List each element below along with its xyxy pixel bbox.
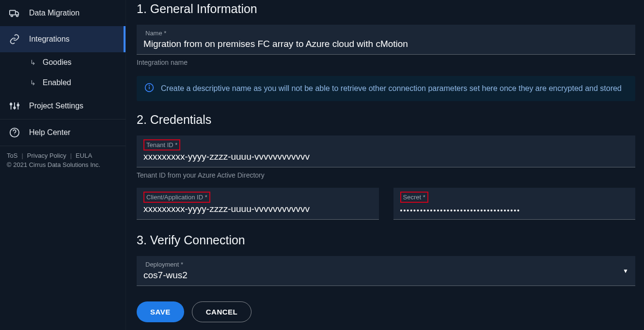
secret-label: Secret * [400,192,428,203]
sidebar-item-label: Project Settings [29,102,83,110]
section-title-general: 1. General Information [137,2,635,16]
sidebar-subitem-label: Goodies [43,58,72,67]
sidebar-item-data-migration[interactable]: Data Migration [0,0,126,26]
sidebar-item-integrations[interactable]: Integrations [0,26,126,52]
sidebar-item-label: Integrations [29,35,70,44]
truck-icon [9,7,20,19]
info-banner: Create a descriptive name as you will no… [137,76,635,101]
name-label: Name * [143,29,168,38]
footer-link-privacy[interactable]: Privacy Policy [27,152,66,159]
deployment-value: cos7-wus2 [143,270,628,281]
client-id-field[interactable]: Client/Application ID * [137,188,379,220]
sub-arrow-icon: ↳ [30,59,36,66]
sidebar-subitem-label: Enabled [43,78,71,87]
tenant-id-hint: Tenant ID from your Azure Active Directo… [137,171,635,179]
svg-rect-0 [10,11,16,15]
client-id-input[interactable] [143,204,372,214]
cancel-button[interactable]: CANCEL [192,301,252,322]
tenant-id-label: Tenant ID * [143,139,180,150]
name-hint: Integration name [137,59,635,66]
footer-link-eula[interactable]: EULA [76,152,92,159]
sidebar-item-project-settings[interactable]: Project Settings [0,93,126,119]
name-field[interactable]: Name * [137,25,635,55]
info-icon [144,83,154,94]
client-id-label: Client/Application ID * [143,192,210,203]
deployment-field[interactable]: Deployment * cos7-wus2 ▼ [137,256,635,286]
svg-point-1 [11,15,13,17]
sidebar-subitem-enabled[interactable]: ↳ Enabled [0,73,126,93]
secret-input[interactable]: •••••••••••••••••••••••••••••••••••• [400,207,629,214]
tenant-id-field[interactable]: Tenant ID * [137,135,635,167]
secret-field[interactable]: Secret * •••••••••••••••••••••••••••••••… [393,188,636,220]
sliders-icon [9,100,20,112]
svg-point-7 [14,107,16,109]
footer-link-tos[interactable]: ToS [7,152,17,159]
sidebar: Data Migration Integrations ↳ Goodies ↳ … [0,0,126,330]
help-icon [9,127,20,138]
svg-point-8 [17,104,19,106]
svg-point-13 [149,85,150,86]
sub-arrow-icon: ↳ [30,79,36,87]
save-button[interactable]: SAVE [137,301,184,322]
sidebar-item-help-center[interactable]: Help Center [0,120,126,146]
info-message: Create a descriptive name as you will no… [161,84,622,93]
name-input[interactable] [143,39,628,49]
svg-point-2 [16,15,18,17]
main-content: 1. General Information Name * Integratio… [126,0,644,330]
tenant-id-input[interactable] [143,151,628,162]
sidebar-item-label: Help Center [29,128,70,137]
svg-point-6 [10,104,12,105]
section-title-verify: 3. Verify Connection [137,233,635,247]
footer-copyright: © 2021 Cirrus Data Solutions Inc. [7,161,119,168]
sidebar-item-label: Data Migration [29,9,79,17]
link-icon [9,33,20,45]
deployment-label: Deployment * [143,260,185,269]
section-title-credentials: 2. Credentials [137,113,635,127]
chevron-down-icon[interactable]: ▼ [623,268,628,274]
sidebar-subitem-goodies[interactable]: ↳ Goodies [0,52,126,73]
sidebar-footer: ToS | Privacy Policy | EULA © 2021 Cirru… [0,146,126,174]
